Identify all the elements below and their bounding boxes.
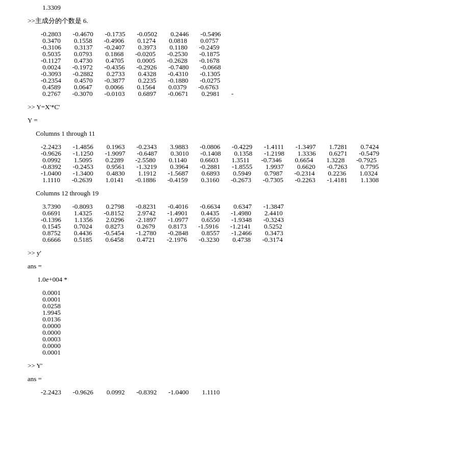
columns-1-11-label: Columns 1 through 11 (28, 130, 469, 137)
command-y-transpose: >> y' (28, 249, 469, 256)
blank (28, 11, 469, 17)
command-Y-transpose: >> Y' (28, 362, 469, 369)
vector-row: 0.0000 (28, 329, 469, 336)
blank (28, 283, 469, 289)
matrix-row: 0.2767 -0.3070 -0.0103 0.6897 -0.0671 0.… (28, 90, 469, 97)
blank (28, 356, 469, 362)
command-Y: >> Y=X'*C' (28, 104, 469, 110)
vector-row: 0.0136 (28, 316, 469, 322)
blank (28, 110, 469, 117)
vector-row: 0.0001 (28, 349, 469, 356)
blank (28, 243, 469, 249)
columns-12-19-label: Columns 12 through 19 (28, 190, 469, 196)
vector-row: 0.0000 (28, 342, 469, 349)
matrix-row: 1.1110 -0.2639 1.0141 -0.1886 -0.4159 0.… (28, 177, 469, 183)
pca-count-label: >>主成分的个数是 6. (28, 17, 469, 24)
vector-row: 0.0000 (28, 322, 469, 329)
vector-row: 0.0258 (28, 303, 469, 309)
vector-row: 0.0001 (28, 296, 469, 303)
blank (28, 97, 469, 104)
vector-row: 1.9945 (28, 309, 469, 316)
scale-factor: 1.0e+004 * (28, 276, 469, 283)
ans-label: ans = (28, 263, 469, 269)
matrix-row: 0.6666 0.5185 0.6458 0.4721 -2.1976 -0.3… (28, 236, 469, 243)
blank (28, 256, 469, 263)
blank (28, 369, 469, 375)
ans-label: ans = (28, 375, 469, 382)
vector-row: 0.0001 (28, 289, 469, 296)
var-Y-equals: Y = (28, 117, 469, 123)
value-line: 1.3309 (28, 4, 469, 11)
matrix-row: -2.2423 -0.9626 0.0992 -0.8392 -1.0400 1… (28, 389, 469, 395)
vector-row: 0.0003 (28, 336, 469, 342)
blank (28, 269, 469, 276)
